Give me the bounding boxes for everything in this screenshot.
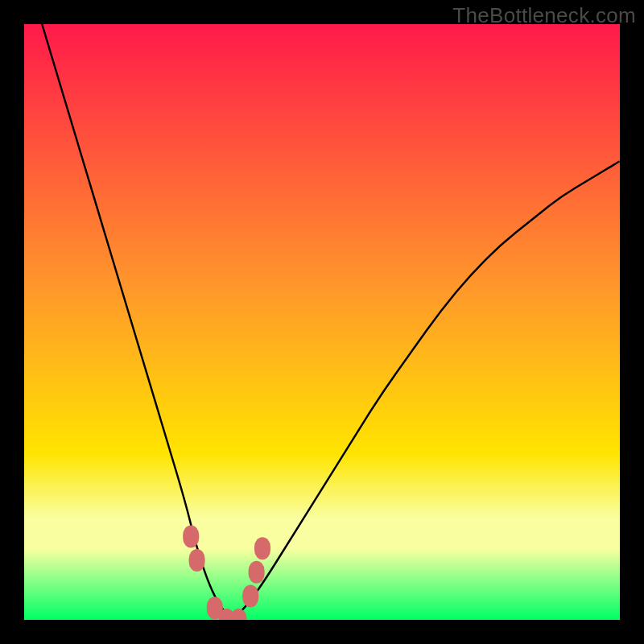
marker-point [242, 584, 258, 607]
marker-point [189, 549, 205, 572]
plot-area [24, 24, 620, 620]
marker-point [249, 561, 265, 584]
chart-frame: TheBottleneck.com [0, 0, 644, 644]
watermark-text: TheBottleneck.com [452, 3, 636, 28]
chart-svg [24, 24, 620, 620]
marker-point [254, 537, 270, 559]
marker-point [183, 525, 199, 547]
gradient-background [24, 24, 620, 620]
